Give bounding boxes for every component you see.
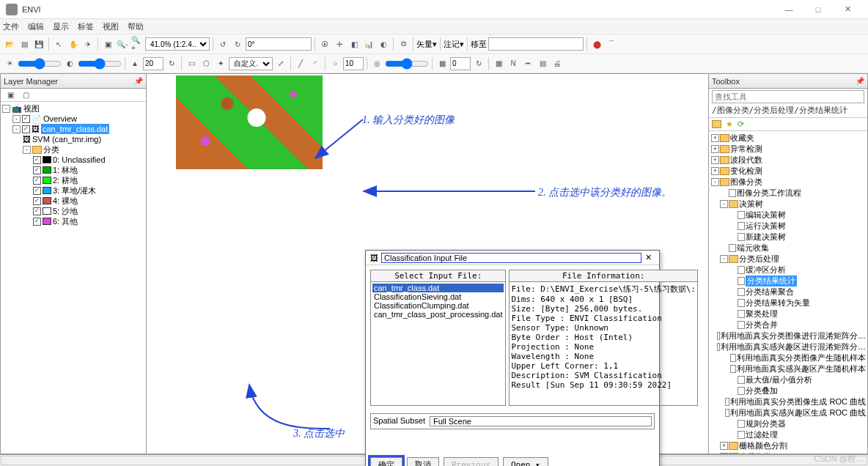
contrast-slider-icon[interactable]: ◐ <box>63 57 76 70</box>
cancel-button[interactable]: 取消 <box>407 457 439 466</box>
zoom-in-icon[interactable]: 🔍+ <box>130 37 144 51</box>
toolbox-item[interactable]: 决策树 <box>739 199 763 210</box>
contrast-icon[interactable]: ◐ <box>377 37 390 51</box>
select-poly-icon[interactable]: ⬠ <box>199 57 213 70</box>
save-icon[interactable]: 💾 <box>32 37 45 51</box>
checkbox[interactable] <box>33 207 41 215</box>
checkbox[interactable] <box>33 177 41 185</box>
draw-arc-icon[interactable]: ◜ <box>309 57 322 70</box>
record-icon[interactable]: ⬤ <box>590 37 603 51</box>
angle-input[interactable] <box>246 37 312 51</box>
zoom-fit-icon[interactable]: ▣ <box>101 37 114 51</box>
toolbox-item[interactable]: 监督分类 <box>739 451 771 454</box>
collapse-icon[interactable]: ▣ <box>4 89 17 102</box>
toolbox-item[interactable]: 缓冲区分析 <box>746 265 786 275</box>
vector-dropdown[interactable]: 矢量▾ <box>416 39 437 50</box>
transparency-icon[interactable]: ▦ <box>435 57 449 70</box>
fly-icon[interactable]: ✈ <box>81 37 95 51</box>
toolbox-item[interactable]: 图像分类 <box>730 177 762 188</box>
radius-value[interactable] <box>343 57 364 70</box>
class-label[interactable]: 0: Unclassified <box>53 155 106 165</box>
toolbox-item[interactable]: 图像分类工作流程 <box>737 188 801 199</box>
wand-icon[interactable]: ✦ <box>214 57 227 70</box>
class-label[interactable]: 3: 草地/灌木 <box>53 185 96 196</box>
toolbox-item[interactable]: 利用地面真实分类图像进行混淆矩阵分… <box>721 330 866 341</box>
toolbox-item[interactable]: 编辑决策树 <box>746 210 786 221</box>
annotation-dropdown[interactable]: 注记▾ <box>444 39 464 50</box>
opacity-icon[interactable]: ◎ <box>370 57 383 70</box>
copy-icon[interactable]: ⧉ <box>397 37 410 51</box>
open-icon[interactable]: 📂 <box>3 37 16 51</box>
toolbox-item[interactable]: 分类结果聚合 <box>746 286 794 297</box>
goto-input[interactable] <box>488 37 584 51</box>
transparency-value[interactable] <box>450 57 471 70</box>
toolbox-item[interactable]: 新建决策树 <box>746 232 786 243</box>
circle-icon[interactable]: ○ <box>328 57 342 70</box>
tree-root[interactable]: 视图 <box>23 103 40 114</box>
grid-icon[interactable]: ▦ <box>492 57 505 70</box>
menu-help[interactable]: 帮助 <box>128 21 144 32</box>
tree-overview[interactable]: Overview <box>43 114 77 124</box>
open-button[interactable]: Open ▾ <box>503 457 548 466</box>
toolbox-item[interactable]: 利用地面真实感兴趣区生成 ROC 曲线 <box>730 407 866 418</box>
lock-icon[interactable]: ⤢ <box>274 57 287 70</box>
rotate-ccw-icon[interactable]: ↺ <box>216 37 229 51</box>
custom-combo[interactable]: 自定义… <box>229 57 273 70</box>
legend-icon[interactable]: ▤ <box>536 57 549 70</box>
checkbox[interactable] <box>22 125 30 133</box>
north-icon[interactable]: N <box>507 57 520 70</box>
hist-icon[interactable]: 📊 <box>362 37 375 51</box>
pin-icon[interactable]: 📌 <box>134 77 143 85</box>
toolbox-item[interactable]: 分类后处理 <box>739 254 779 265</box>
checkbox[interactable] <box>33 197 41 205</box>
checkbox[interactable] <box>22 115 30 123</box>
map-canvas[interactable]: 🖼 Classification Input File ✕ Select Inp… <box>147 73 708 454</box>
class-label[interactable]: 1: 林地 <box>53 165 78 175</box>
refresh-icon[interactable]: ⟳ <box>738 119 744 129</box>
toolbox-item[interactable]: 聚类处理 <box>746 308 778 319</box>
rotate-cw-icon[interactable]: ↻ <box>231 37 244 51</box>
layer-tree[interactable]: -📺 视图 - 📄 Overview - 🖼 can_tmr_class.dat… <box>1 102 146 454</box>
toolbox-item[interactable]: 利用地面真实感兴趣区产生随机样本 <box>737 363 866 374</box>
menu-label[interactable]: 标签 <box>78 21 94 32</box>
contrast-slider[interactable] <box>78 59 122 68</box>
toolbox-item[interactable]: 运行决策树 <box>746 221 786 232</box>
probe-icon[interactable]: ✛ <box>333 37 346 51</box>
toolbox-tree[interactable]: + 收藏夹+ 异常检测+ 波段代数+ 变化检测- 图像分类 图像分类工作流程- … <box>709 131 867 454</box>
pan-icon[interactable]: ✋ <box>67 37 80 51</box>
ok-button[interactable]: 确定 <box>370 457 402 466</box>
zoom-out-icon[interactable]: 🔍- <box>116 37 129 51</box>
toolbox-item[interactable]: 变化检测 <box>730 166 762 177</box>
toolbox-item[interactable]: 规则分类器 <box>746 418 786 429</box>
class-label[interactable]: 6: 其他 <box>53 216 78 226</box>
menu-view[interactable]: 视图 <box>103 21 119 32</box>
close-button[interactable]: ✕ <box>833 4 862 14</box>
toolbox-item[interactable]: 利用地面真实分类图像产生随机样本 <box>737 352 866 363</box>
checkbox[interactable] <box>33 166 41 174</box>
sharpen-icon[interactable]: ▲ <box>128 57 141 70</box>
toolbox-item[interactable]: 分类合并 <box>746 319 778 330</box>
toolbox-item[interactable]: 利用地面真实分类图像生成 ROC 曲线 <box>730 396 866 407</box>
brightness-slider[interactable] <box>18 59 62 68</box>
print-icon[interactable]: 🖨 <box>551 57 564 70</box>
minimize-button[interactable]: — <box>774 5 803 14</box>
brightness-icon[interactable]: ☀ <box>3 57 16 70</box>
opacity-slider[interactable] <box>385 59 429 68</box>
menu-display[interactable]: 显示 <box>53 21 69 32</box>
zoom-combo[interactable]: 41.0% (1:2.4… <box>145 37 210 51</box>
chip-icon[interactable]: ▤ <box>18 37 31 51</box>
stretch-icon[interactable]: ◧ <box>347 37 361 51</box>
class-label[interactable]: 2: 耕地 <box>53 175 78 185</box>
toolbox-item[interactable]: 利用地面真实感兴趣区进行混淆矩阵分… <box>721 341 866 352</box>
menu-edit[interactable]: 编辑 <box>28 21 44 32</box>
region-icon[interactable]: ⌒ <box>605 37 618 51</box>
toolbox-item[interactable]: 波段代数 <box>730 155 762 166</box>
toolbox-item[interactable]: 最大值/最小值分析 <box>746 374 812 385</box>
draw-line-icon[interactable]: ╱ <box>294 57 307 70</box>
sync-icon[interactable]: ↻ <box>472 57 485 70</box>
sharpen-value[interactable] <box>143 57 163 70</box>
folder-icon[interactable] <box>712 120 721 128</box>
menu-file[interactable]: 文件 <box>3 21 19 32</box>
toolbox-item[interactable]: 分类结果转为矢量 <box>746 297 810 308</box>
checkbox[interactable] <box>33 218 41 226</box>
